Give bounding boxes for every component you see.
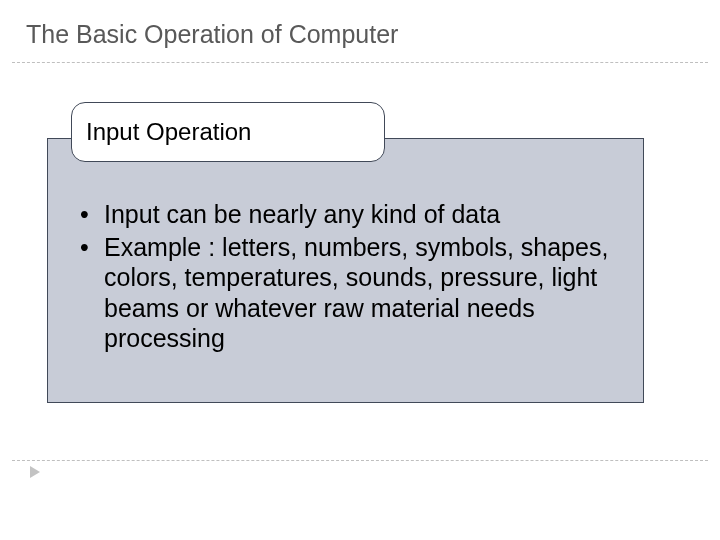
content-box: Input can be nearly any kind of data Exa…	[47, 138, 644, 403]
list-item: Example : letters, numbers, symbols, sha…	[76, 232, 615, 354]
list-item: Input can be nearly any kind of data	[76, 199, 615, 230]
card-label: Input Operation	[71, 102, 385, 162]
slide-title: The Basic Operation of Computer	[26, 20, 398, 49]
bullet-list: Input can be nearly any kind of data Exa…	[76, 199, 615, 354]
caret-icon	[30, 466, 40, 478]
divider-top	[12, 62, 708, 63]
divider-bottom	[12, 460, 708, 461]
